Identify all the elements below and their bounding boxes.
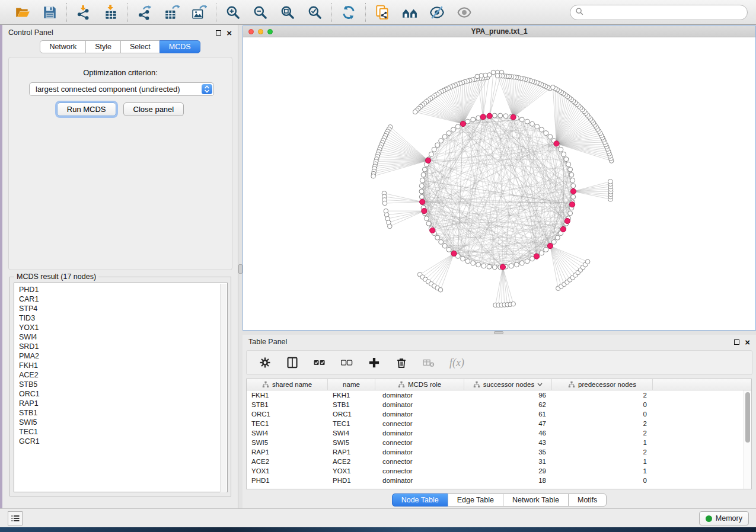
network-canvas[interactable] — [243, 37, 755, 330]
task-history-button[interactable] — [8, 511, 23, 525]
add-column-icon[interactable] — [368, 356, 381, 369]
table-row[interactable]: TEC1TEC1connector472 — [247, 419, 744, 428]
table-cell: TEC1 — [328, 420, 375, 427]
table-cell: 47 — [464, 420, 552, 427]
float-panel-icon[interactable] — [734, 339, 739, 345]
close-panel-icon[interactable]: × — [227, 30, 232, 36]
export-network-icon[interactable] — [136, 4, 153, 21]
table-row[interactable]: ORC1ORC1dominator610 — [247, 409, 744, 419]
table-cell: connector — [375, 467, 464, 475]
table-row[interactable]: SWI4SWI4dominator462 — [247, 428, 744, 438]
table-cell: 46 — [464, 430, 552, 437]
column-header-predecessor-nodes[interactable]: predecessor nodes — [552, 379, 653, 390]
mcds-result-item[interactable]: CAR1 — [19, 294, 227, 304]
tab-node-table[interactable]: Node Table — [392, 493, 448, 507]
import-table-icon[interactable] — [103, 4, 119, 21]
tab-style[interactable]: Style — [85, 40, 121, 53]
tab-select[interactable]: Select — [120, 40, 160, 53]
float-panel-icon[interactable] — [216, 30, 221, 36]
column-header-mcds-role[interactable]: MCDS role — [375, 379, 464, 390]
table-panel: Table Panel × f(x) — [243, 335, 756, 508]
tab-edge-table[interactable]: Edge Table — [448, 493, 503, 507]
zoom-in-icon[interactable] — [225, 4, 241, 21]
search-input[interactable] — [570, 5, 748, 20]
mcds-result-item[interactable]: STB5 — [19, 380, 227, 389]
zoom-out-icon[interactable] — [252, 4, 269, 21]
mcds-result-item[interactable]: YOX1 — [19, 323, 227, 332]
mcds-result-item[interactable]: TEC1 — [19, 427, 227, 437]
select-all-icon[interactable] — [313, 356, 326, 369]
mcds-result-item[interactable]: ACE2 — [19, 370, 227, 380]
open-file-icon[interactable] — [14, 4, 31, 21]
table-cell: connector — [375, 439, 464, 446]
delete-table-icon[interactable] — [422, 356, 435, 369]
refresh-view-icon[interactable] — [340, 4, 357, 21]
table-row[interactable]: FKH1FKH1dominator962 — [247, 390, 744, 400]
table-row[interactable]: RAP1RAP1dominator352 — [247, 447, 744, 457]
memory-button[interactable]: Memory — [699, 511, 749, 525]
search-network-icon[interactable] — [401, 4, 418, 21]
table-cell: 0 — [552, 411, 653, 418]
clone-network-icon[interactable] — [374, 4, 391, 21]
show-columns-icon[interactable] — [286, 356, 299, 369]
column-header-name[interactable]: name — [328, 379, 375, 390]
table-cell: ORC1 — [247, 411, 328, 418]
mcds-result-item[interactable]: PMA2 — [19, 351, 227, 361]
shared-column-icon — [473, 381, 480, 388]
scrollbar-thumb[interactable] — [745, 392, 750, 443]
mcds-result-item[interactable]: GCR1 — [19, 437, 227, 446]
mcds-result-list[interactable]: PHD1CAR1STP4TID3YOX1SWI4SRD1PMA2FKH1ACE2… — [14, 283, 228, 492]
table-cell: 2 — [552, 448, 653, 456]
shared-column-icon — [568, 381, 575, 388]
network-title: YPA_prune.txt_1 — [243, 27, 755, 36]
network-titlebar[interactable]: YPA_prune.txt_1 — [243, 26, 755, 37]
mcds-result-item[interactable]: ORC1 — [19, 389, 227, 399]
table-row[interactable]: PHD1PHD1dominator180 — [247, 476, 744, 485]
table-row[interactable]: STB1STB1dominator620 — [247, 400, 744, 409]
column-header-shared-name[interactable]: shared name — [247, 379, 328, 390]
table-row[interactable]: ACE2ACE2connector311 — [247, 457, 744, 466]
deselect-all-icon[interactable] — [340, 356, 353, 369]
close-panel-icon[interactable]: × — [745, 339, 750, 345]
table-cell: dominator — [375, 448, 464, 456]
tab-motifs[interactable]: Motifs — [568, 493, 607, 507]
export-image-icon[interactable] — [191, 4, 208, 21]
table-row[interactable]: SWI5SWI5connector431 — [247, 438, 744, 447]
criterion-dropdown[interactable]: largest connected component (undirected) — [29, 82, 214, 96]
mcds-result-item[interactable]: SRD1 — [19, 342, 227, 351]
mcds-result-item[interactable]: STB1 — [19, 408, 227, 418]
vertical-splitter[interactable] — [238, 25, 243, 508]
show-graphics-icon[interactable] — [456, 4, 473, 21]
delete-column-icon[interactable] — [395, 356, 408, 369]
close-panel-button[interactable]: Close panel — [123, 102, 184, 116]
zoom-fit-icon[interactable] — [279, 4, 296, 21]
mcds-list-scrollbar[interactable] — [220, 284, 227, 492]
zoom-selected-icon[interactable] — [307, 4, 323, 21]
table-scrollbar[interactable] — [744, 390, 751, 489]
table-tabs: Node Table Edge Table Network Table Moti… — [243, 493, 756, 507]
splitter-handle[interactable] — [238, 264, 243, 274]
run-mcds-button[interactable]: Run MCDS — [57, 102, 116, 116]
save-session-icon[interactable] — [42, 4, 58, 21]
mcds-result-item[interactable]: PHD1 — [19, 285, 227, 294]
tab-mcds[interactable]: MCDS — [160, 40, 200, 53]
table-row[interactable]: YOX1YOX1connector291 — [247, 466, 744, 476]
tab-network-table[interactable]: Network Table — [503, 493, 569, 507]
horizontal-splitter[interactable] — [243, 331, 756, 335]
export-table-icon[interactable] — [164, 4, 180, 21]
table-options-icon[interactable] — [259, 356, 272, 369]
tab-network[interactable]: Network — [40, 40, 86, 53]
import-network-icon[interactable] — [75, 4, 92, 21]
splitter-handle[interactable] — [494, 331, 503, 334]
mcds-result-item[interactable]: TID3 — [19, 313, 227, 323]
mcds-result-item[interactable]: SWI4 — [19, 332, 227, 342]
mcds-result-item[interactable]: SWI5 — [19, 418, 227, 427]
table-cell: PHD1 — [247, 477, 328, 484]
mcds-result-item[interactable]: RAP1 — [19, 399, 227, 408]
mcds-result-item[interactable]: FKH1 — [19, 361, 227, 370]
sort-descending-icon — [537, 383, 543, 386]
hide-graphics-icon[interactable] — [429, 4, 445, 21]
column-header-successor-nodes[interactable]: successor nodes — [464, 379, 552, 390]
function-builder-icon[interactable]: f(x) — [449, 357, 464, 369]
mcds-result-item[interactable]: STP4 — [19, 304, 227, 313]
